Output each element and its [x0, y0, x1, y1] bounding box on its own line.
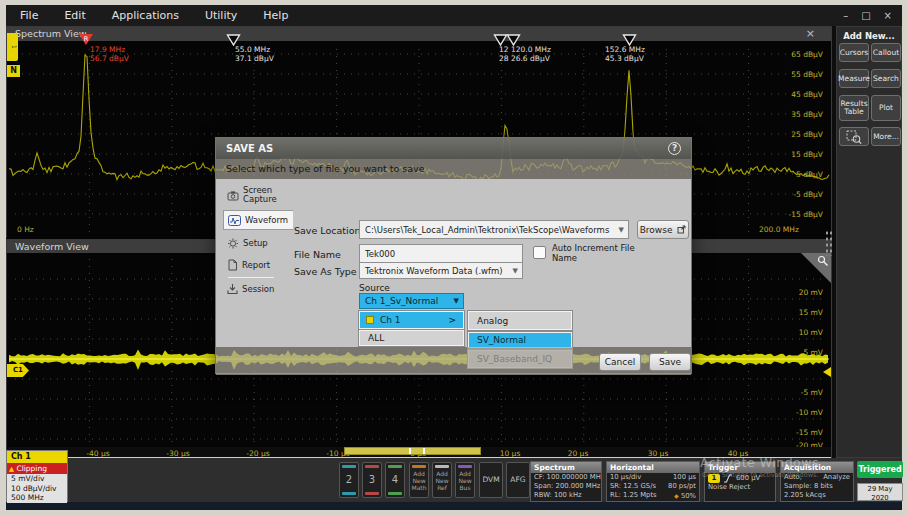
browse-button[interactable]: Browse: [637, 220, 689, 239]
menu-applications[interactable]: Applications: [112, 9, 179, 22]
tab-setup[interactable]: Setup: [223, 234, 289, 252]
record-length: RL: 1.25 Mpts: [610, 491, 657, 501]
add-new-bus-button[interactable]: Add New Bus: [455, 462, 475, 498]
dialog-body: Screen Capture Waveform Setup Report Ses…: [216, 179, 691, 347]
channel-1-color-swatch: [366, 316, 374, 324]
plot-button[interactable]: Plot: [871, 95, 901, 121]
channel-1-badge[interactable]: Ch 1 ▲ Clipping 5 mV/div 10 dBµV/div 500…: [6, 450, 68, 502]
waveform-y-tick: 15 mV: [763, 308, 823, 317]
add-new-ref-button[interactable]: Add New Ref: [432, 462, 452, 498]
tab-session[interactable]: Session: [223, 280, 289, 298]
triggered-status-indicator: Triggered: [857, 461, 903, 478]
external-link-icon: [677, 225, 686, 234]
save-location-combobox[interactable]: C:\Users\Tek_Local_Admin\Tektronix\TekSc…: [359, 220, 629, 239]
panel-splitter-grip[interactable]: [825, 230, 833, 256]
add-new-title: Add New...: [837, 31, 901, 41]
channel-2-button[interactable]: 2: [339, 462, 359, 498]
search-button[interactable]: Search: [871, 69, 901, 88]
time-tick: -20 µs: [241, 449, 275, 458]
spectrum-x-end-label: 200.0 MHz: [759, 225, 799, 234]
source-value: Ch 1_Sv_Normal: [365, 296, 438, 306]
maximize-button[interactable]: □: [861, 10, 870, 21]
dvm-button[interactable]: DVM: [479, 462, 503, 498]
tab-waveform[interactable]: Waveform: [223, 210, 293, 230]
trigger-level-arrow[interactable]: [823, 367, 831, 377]
callout-button[interactable]: Callout: [871, 43, 901, 62]
menu-help[interactable]: Help: [263, 9, 288, 22]
tab-label: Waveform: [245, 216, 288, 225]
minimize-button[interactable]: –: [843, 10, 848, 21]
measure-button[interactable]: Measure: [839, 69, 869, 88]
file-name-input[interactable]: [359, 244, 523, 263]
menu-utility[interactable]: Utility: [205, 9, 237, 22]
dialog-subtitle: Select which type of file you want to sa…: [216, 159, 691, 179]
file-name-label: File Name: [294, 249, 341, 260]
channel-4-button[interactable]: 4: [385, 462, 405, 498]
tab-label: Session: [242, 285, 274, 294]
afg-button[interactable]: AFG: [506, 462, 530, 498]
spectrum-close-icon[interactable]: ×: [806, 27, 815, 41]
date-time-display: 29 May 2020 1:10:16 PM: [857, 483, 903, 501]
more-button[interactable]: More...: [871, 127, 901, 146]
waveform-icon: [228, 215, 241, 226]
horizontal-settings-badge[interactable]: Horizontal 10 µs/div100 µs SR: 12.5 GS/s…: [606, 461, 700, 502]
submenu-item-sv-normal[interactable]: SV_Normal: [468, 332, 572, 348]
results-table-button[interactable]: Results Table: [839, 95, 869, 121]
menu-edit[interactable]: Edit: [64, 9, 85, 22]
marker-frequency: 55.0 MHz: [235, 45, 274, 54]
auto-increment-label: Auto Increment File Name: [552, 243, 644, 263]
reference-marker-readout: 17.9 MHz 56.7 dBµV: [90, 45, 129, 63]
sample-bits: Sample: 8 bits: [784, 482, 833, 491]
vertical-scale: 5 mV/div: [7, 474, 67, 484]
document-icon: [227, 259, 238, 271]
source-combobox[interactable]: Ch 1_Sv_Normal ▼: [359, 293, 464, 309]
spectrum-y-tick: 45 dBµV: [763, 90, 823, 99]
submenu-item-analog[interactable]: Analog: [468, 311, 572, 330]
spectrum-y-tick: 25 dBµV: [763, 130, 823, 139]
trigger-badge-title: Trigger: [705, 462, 775, 473]
cancel-button[interactable]: Cancel: [599, 353, 641, 371]
spectrum-settings-badge[interactable]: Spectrum CF: 100.000000 MHz Span: 200.00…: [530, 461, 602, 502]
waveform-view-title: Waveform View: [15, 241, 89, 252]
acquisition-settings-badge[interactable]: Acquisition Auto,Analyze Sample: 8 bits …: [780, 461, 854, 502]
spectrum-y-tick: 65 dBµV: [763, 50, 823, 59]
source-menu-item-all[interactable]: ALL: [359, 330, 464, 346]
camera-icon: [227, 190, 239, 201]
save-button[interactable]: Save: [649, 353, 691, 371]
position-diamond-icon: ◆: [674, 492, 679, 499]
sample-rate: SR: 12.5 GS/s: [610, 482, 656, 491]
acquisition-window-bar[interactable]: [344, 447, 481, 455]
help-icon[interactable]: ?: [668, 142, 681, 155]
center-frequency: CF: 100.000000 MHz: [534, 473, 602, 482]
auto-increment-checkbox[interactable]: [533, 246, 546, 259]
menu-file[interactable]: File: [20, 9, 38, 22]
zoom-corner-button[interactable]: [801, 253, 831, 283]
source-menu-item-ch1[interactable]: Ch 1 >: [359, 311, 464, 329]
tab-report[interactable]: Report: [223, 256, 289, 274]
spectrum-trace-type-badge[interactable]: N: [7, 65, 20, 77]
zoom-mode-button[interactable]: [839, 127, 869, 146]
time-tick: -40 µs: [81, 449, 115, 458]
spectrum-y-tick: -5 dBµV: [763, 190, 823, 199]
add-bus-label: Add New Bus: [458, 470, 471, 491]
tab-label: Setup: [243, 239, 268, 248]
source-label: Source: [359, 283, 390, 293]
save-as-type-combobox[interactable]: Tektronix Waveform Data (.wfm) ▼: [359, 262, 523, 279]
cursors-button[interactable]: Cursors: [839, 43, 869, 62]
waveform-y-tick: -10 mV: [763, 408, 823, 417]
dialog-title-bar[interactable]: SAVE AS: [216, 138, 691, 159]
tab-screen-capture[interactable]: Screen Capture: [223, 183, 289, 207]
trigger-settings-badge[interactable]: Trigger 1 600 µV Noise Reject: [704, 461, 776, 502]
spectrum-scale: 10 dBµV/div: [7, 484, 67, 494]
spectrum-channel-tab[interactable]: 1: [7, 33, 18, 61]
channel-3-button[interactable]: 3: [362, 462, 382, 498]
marker-frequency: 152.6 MHz: [605, 45, 645, 54]
close-button[interactable]: ×: [884, 10, 892, 21]
channel-3-label: 3: [369, 474, 375, 485]
save-location-value: C:\Users\Tek_Local_Admin\Tektronix\TekSc…: [365, 225, 609, 235]
rising-edge-icon: [723, 474, 733, 483]
add-new-math-button[interactable]: Add New Math: [409, 462, 429, 498]
marker-amplitude: 37.1 dBµV: [235, 54, 274, 63]
bandwidth: 500 MHz: [7, 493, 67, 503]
add-math-label: Add New Math: [411, 470, 426, 491]
